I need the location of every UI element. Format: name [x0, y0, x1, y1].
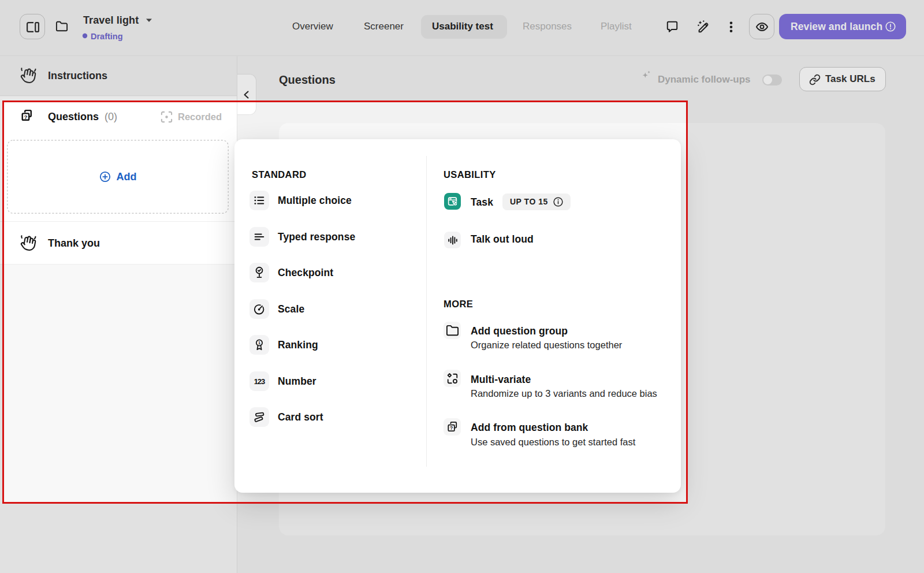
svg-text:?: ? — [449, 425, 452, 431]
svg-text:?: ? — [24, 114, 27, 120]
svg-text:123: 123 — [254, 377, 265, 386]
svg-text:1: 1 — [258, 340, 260, 345]
